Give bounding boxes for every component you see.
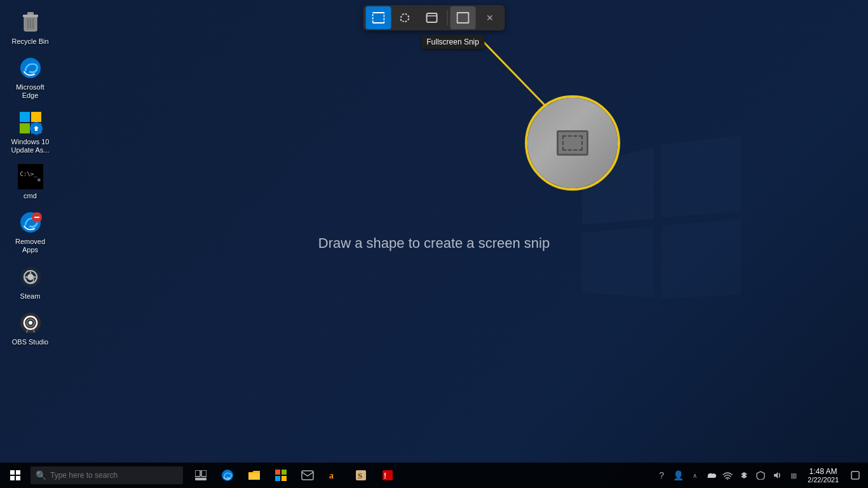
- desktop-icon-removed-apps[interactable]: Removed Apps: [6, 207, 54, 257]
- rect-snip-button[interactable]: [366, 6, 391, 29]
- edge-taskbar-button[interactable]: [215, 463, 240, 488]
- svg-rect-38: [201, 470, 207, 477]
- amazon-button[interactable]: a: [322, 463, 347, 488]
- svg-text:a: a: [329, 471, 334, 480]
- edge-icon: [18, 55, 43, 81]
- svg-rect-35: [10, 476, 15, 480]
- snip-preview-icon: [557, 130, 588, 156]
- svg-marker-3: [661, 219, 741, 301]
- desktop-icon-win-update[interactable]: Windows 10 Update As...: [6, 107, 54, 158]
- desktop-icon-edge[interactable]: Microsoft Edge: [6, 52, 54, 103]
- obs-label: OBS Studio: [12, 338, 48, 346]
- start-button[interactable]: [0, 463, 31, 488]
- svg-rect-31: [458, 13, 469, 23]
- recycle-bin-label: Recycle Bin: [11, 37, 48, 46]
- removed-apps-icon: [18, 210, 43, 235]
- svg-rect-45: [281, 476, 287, 481]
- edge-label: Microsoft Edge: [10, 83, 51, 100]
- mail-button[interactable]: [295, 463, 320, 488]
- window-snip-button[interactable]: [419, 6, 445, 29]
- svg-rect-5: [23, 15, 38, 17]
- desktop-icon-obs[interactable]: OBS Studio: [6, 307, 54, 349]
- help-tray-icon[interactable]: ?: [654, 463, 669, 488]
- desktop-icon-recycle-bin[interactable]: Recycle Bin: [6, 6, 54, 49]
- toolbar-divider: [447, 10, 448, 25]
- svg-rect-26: [373, 13, 384, 23]
- instruction-text: Draw a shape to create a screen snip: [318, 235, 550, 252]
- fullscreen-snip-tooltip: Fullscreen Snip: [421, 35, 484, 49]
- svg-rect-33: [10, 470, 15, 475]
- svg-rect-46: [302, 471, 313, 480]
- system-tray: ? 👤 ∧: [654, 463, 868, 488]
- svg-rect-36: [16, 476, 20, 480]
- svg-point-21: [27, 274, 34, 280]
- svg-point-52: [727, 478, 728, 480]
- extra-tray-icon[interactable]: ▦: [786, 463, 801, 488]
- freeform-snip-button[interactable]: [393, 6, 418, 29]
- notification-button[interactable]: [845, 463, 865, 488]
- svg-rect-39: [195, 478, 207, 480]
- svg-rect-12: [31, 112, 41, 122]
- clock-date: 2/22/2021: [808, 476, 839, 484]
- svg-rect-37: [195, 470, 200, 477]
- security-tray-icon[interactable]: [753, 463, 768, 488]
- file-explorer-button[interactable]: [241, 463, 267, 488]
- svg-marker-2: [582, 226, 654, 304]
- svg-rect-43: [281, 470, 287, 475]
- clock-time: 1:48 AM: [810, 467, 837, 476]
- desktop-icon-steam[interactable]: Steam: [6, 261, 54, 304]
- search-icon: 🔍: [36, 470, 46, 480]
- clock[interactable]: 1:48 AM 2/22/2021: [803, 463, 844, 488]
- network-tray-icon[interactable]: [720, 463, 735, 488]
- desktop-icons-container: Recycle Bin Microsoft Edge: [6, 6, 54, 349]
- svg-marker-54: [741, 475, 747, 478]
- close-button[interactable]: ✕: [477, 6, 503, 29]
- svg-rect-29: [427, 13, 437, 22]
- win-update-icon: [18, 110, 43, 135]
- taskbar-center-icons: a S !: [188, 463, 400, 488]
- cmd-icon: C:\>_ ■: [18, 164, 43, 189]
- desktop: Recycle Bin Microsoft Edge: [0, 0, 868, 488]
- svg-rect-55: [851, 471, 859, 479]
- svg-text:S: S: [358, 471, 362, 480]
- desktop-icon-cmd[interactable]: C:\>_ ■ cmd: [6, 161, 54, 203]
- fullscreen-snip-button[interactable]: [451, 6, 476, 29]
- store-button[interactable]: [268, 463, 294, 488]
- cmd-label: cmd: [24, 192, 37, 200]
- search-bar[interactable]: 🔍: [31, 466, 183, 484]
- snip-toolbar: ✕: [363, 5, 505, 30]
- search-input[interactable]: [50, 471, 178, 480]
- scrivener-button[interactable]: S: [348, 463, 374, 488]
- task-view-button[interactable]: [188, 463, 214, 488]
- obs-icon: [18, 310, 43, 336]
- recycle-bin-icon: [18, 10, 43, 35]
- svg-rect-44: [275, 476, 280, 481]
- onedrive-tray-icon[interactable]: [703, 463, 719, 488]
- svg-rect-13: [20, 123, 30, 133]
- svg-marker-1: [661, 135, 741, 218]
- expand-tray-button[interactable]: ∧: [687, 463, 702, 488]
- snip-preview-circle: [525, 95, 620, 191]
- steam-label: Steam: [20, 292, 41, 301]
- svg-rect-42: [275, 470, 280, 475]
- removed-apps-label: Removed Apps: [10, 238, 51, 254]
- svg-rect-34: [16, 470, 20, 475]
- svg-point-25: [29, 321, 32, 325]
- steam-icon: [18, 264, 43, 290]
- volume-tray-icon[interactable]: [770, 463, 785, 488]
- svg-rect-41: [248, 473, 260, 480]
- svg-rect-6: [27, 12, 34, 15]
- taskbar: 🔍: [0, 463, 868, 488]
- win-update-label: Windows 10 Update As...: [10, 138, 51, 154]
- snip-preview-inner: [527, 98, 618, 188]
- svg-rect-11: [20, 112, 30, 122]
- unknown-taskbar-button[interactable]: !: [375, 463, 400, 488]
- dropbox-tray-icon[interactable]: [736, 463, 752, 488]
- people-tray-icon[interactable]: 👤: [670, 463, 686, 488]
- svg-text:!: !: [384, 471, 386, 480]
